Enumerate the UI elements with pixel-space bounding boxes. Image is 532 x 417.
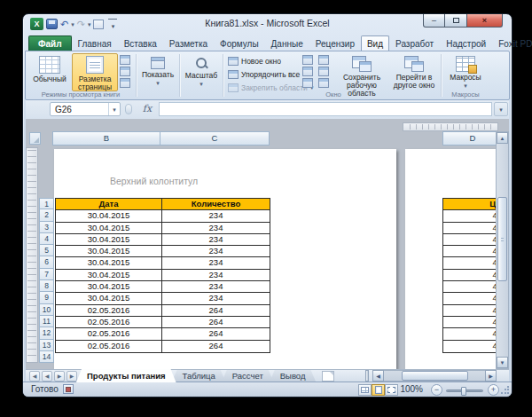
row-header-2[interactable]: 2 bbox=[39, 209, 54, 221]
row-header-4[interactable]: 4 bbox=[39, 233, 54, 245]
table-header-price[interactable]: Цена bbox=[443, 199, 503, 210]
show-button[interactable]: Показать ▾ bbox=[139, 53, 176, 91]
tab-scrollbar-splitter[interactable] bbox=[365, 370, 369, 382]
ribbon-tab-Вид[interactable]: Вид bbox=[361, 35, 389, 51]
cell-price[interactable]: 45 bbox=[443, 341, 503, 352]
sheet-tab-Рассчет[interactable]: Рассчет bbox=[222, 370, 274, 382]
name-box[interactable]: G26 ▾ bbox=[50, 102, 121, 116]
sheet-tab-Вывод[interactable]: Вывод bbox=[270, 370, 317, 382]
reset-window-position-icon[interactable] bbox=[318, 78, 329, 88]
cell-date[interactable]: 30.04.2015 bbox=[56, 210, 162, 221]
cell-price[interactable]: 45 bbox=[443, 317, 503, 328]
undo-caret-icon[interactable]: ▾ bbox=[71, 19, 74, 30]
cell-date[interactable]: 30.04.2015 bbox=[56, 293, 162, 303]
sheet-tab-Таблица[interactable]: Таблица bbox=[172, 370, 226, 382]
cell-quantity[interactable]: 264 bbox=[162, 341, 270, 352]
row-header-9[interactable]: 9 bbox=[39, 292, 54, 303]
resize-grip[interactable] bbox=[500, 385, 510, 395]
zoom-out-icon[interactable]: − bbox=[431, 384, 442, 396]
row-header-12[interactable]: 12 bbox=[39, 327, 54, 339]
table-header-quantity[interactable]: Количество bbox=[162, 199, 270, 209]
page-layout-shortcut-icon[interactable] bbox=[372, 384, 385, 396]
vertical-scrollbar[interactable]: ▲ ▼ bbox=[496, 131, 509, 369]
cell-price[interactable]: 45 bbox=[443, 246, 503, 257]
normal-view-shortcut-icon[interactable] bbox=[358, 384, 372, 396]
cell-date[interactable]: 02.05.2016 bbox=[56, 341, 162, 352]
view-side-by-side-icon[interactable] bbox=[318, 55, 329, 65]
insert-function-button[interactable]: fx bbox=[137, 102, 157, 116]
minimize-button[interactable]: – bbox=[423, 14, 445, 28]
select-all-button[interactable] bbox=[29, 132, 41, 145]
cell-price[interactable]: 45 bbox=[443, 305, 503, 317]
hide-window-icon[interactable] bbox=[302, 67, 313, 76]
cell-date[interactable]: 02.05.2016 bbox=[56, 305, 162, 316]
unhide-window-icon[interactable] bbox=[302, 78, 313, 88]
restore-button[interactable] bbox=[445, 14, 467, 28]
page-left[interactable]: Верхний колонтитул Дата Количество 30.04… bbox=[54, 149, 396, 369]
ribbon-tab-Данные[interactable]: Данные bbox=[265, 35, 309, 51]
cell-quantity[interactable]: 234 bbox=[162, 281, 270, 292]
cell-quantity[interactable]: 234 bbox=[162, 257, 270, 268]
switch-window-button[interactable]: Перейти в другое окно bbox=[391, 53, 437, 91]
redo-caret-icon[interactable]: ▾ bbox=[88, 19, 91, 30]
zoom-in-icon[interactable]: + bbox=[488, 384, 499, 396]
page-break-preview-icon[interactable] bbox=[120, 55, 130, 65]
cell-quantity[interactable]: 234 bbox=[162, 293, 270, 303]
arrange-all-button[interactable]: Упорядочить все bbox=[228, 68, 300, 81]
cell-date[interactable]: 30.04.2015 bbox=[56, 223, 162, 233]
cell-price[interactable]: 45 bbox=[443, 270, 503, 281]
custom-views-icon[interactable] bbox=[120, 67, 130, 76]
row-header-13[interactable]: 13 bbox=[39, 340, 54, 351]
cell-price[interactable]: 45 bbox=[443, 293, 503, 304]
cell-date[interactable]: 30.04.2015 bbox=[56, 246, 162, 256]
row-header-10[interactable]: 10 bbox=[39, 304, 54, 316]
cell-price[interactable]: 45 bbox=[443, 210, 503, 222]
cell-price[interactable]: 45 bbox=[443, 257, 503, 269]
close-button[interactable]: × bbox=[467, 14, 503, 28]
cell-price[interactable]: 45 bbox=[443, 223, 503, 234]
cell-quantity[interactable]: 234 bbox=[162, 270, 270, 280]
ribbon-tab-Главная[interactable]: Главная bbox=[72, 35, 118, 51]
cell-date[interactable]: 02.05.2016 bbox=[56, 328, 162, 339]
row-header-1[interactable]: 1 bbox=[39, 198, 54, 209]
row-header-3[interactable]: 3 bbox=[39, 222, 54, 233]
cell-quantity[interactable]: 234 bbox=[162, 210, 270, 221]
row-header-7[interactable]: 7 bbox=[39, 269, 54, 280]
row-header-5[interactable]: 5 bbox=[39, 245, 54, 256]
horizontal-scrollbar-thumb[interactable] bbox=[402, 371, 468, 381]
cell-date[interactable]: 30.04.2015 bbox=[56, 270, 162, 280]
undo-icon[interactable]: ↶ bbox=[60, 19, 68, 30]
cell-quantity[interactable]: 264 bbox=[162, 305, 270, 316]
cell-price[interactable]: 45 bbox=[443, 281, 503, 293]
page-right[interactable]: Цена 454545454545454545454545 bbox=[405, 149, 503, 369]
quick-print-icon[interactable] bbox=[93, 20, 104, 29]
synchronous-scrolling-icon[interactable] bbox=[318, 67, 329, 76]
zoom-slider-thumb[interactable] bbox=[461, 387, 466, 396]
scroll-left-icon[interactable]: ◀ bbox=[372, 370, 384, 382]
row-header-14[interactable]: 14 bbox=[39, 351, 54, 363]
row-header-6[interactable]: 6 bbox=[39, 256, 54, 268]
full-screen-icon[interactable] bbox=[120, 78, 130, 88]
save-workspace-button[interactable]: Сохранить рабочую область bbox=[334, 53, 389, 91]
page-header-note[interactable]: Верхний колонтитул bbox=[110, 176, 198, 186]
split-icon[interactable] bbox=[302, 55, 313, 65]
zoom-slider[interactable] bbox=[446, 389, 483, 392]
cell-quantity[interactable]: 234 bbox=[162, 246, 270, 256]
cell-price[interactable]: 45 bbox=[443, 328, 503, 340]
table-header-date[interactable]: Дата bbox=[56, 199, 162, 209]
page-layout-button[interactable]: Разметка страницы bbox=[72, 53, 118, 91]
column-header-d[interactable]: D bbox=[442, 131, 503, 146]
qat-customize-icon[interactable]: ▾ bbox=[108, 19, 117, 30]
cell-date[interactable]: 02.05.2016 bbox=[56, 317, 162, 327]
excel-logo-icon[interactable]: X bbox=[30, 18, 43, 30]
sheet-tab-Продукты питания[interactable]: Продукты питания bbox=[76, 369, 176, 382]
title-bar[interactable]: X ↶ ▾ ↷ ▾ ▾ Книга81.xlsx - Microsoft Exc… bbox=[23, 14, 512, 35]
ribbon-tab-Файл[interactable]: Файл bbox=[28, 35, 72, 51]
save-icon[interactable] bbox=[46, 19, 58, 29]
page-break-shortcut-icon[interactable] bbox=[385, 384, 398, 396]
vertical-scrollbar-thumb[interactable] bbox=[497, 197, 507, 281]
cell-date[interactable]: 30.04.2015 bbox=[56, 234, 162, 245]
first-sheet-icon[interactable]: ◀ bbox=[29, 371, 40, 382]
column-header-b[interactable]: B bbox=[52, 131, 160, 146]
scroll-down-icon[interactable]: ▼ bbox=[497, 357, 508, 368]
